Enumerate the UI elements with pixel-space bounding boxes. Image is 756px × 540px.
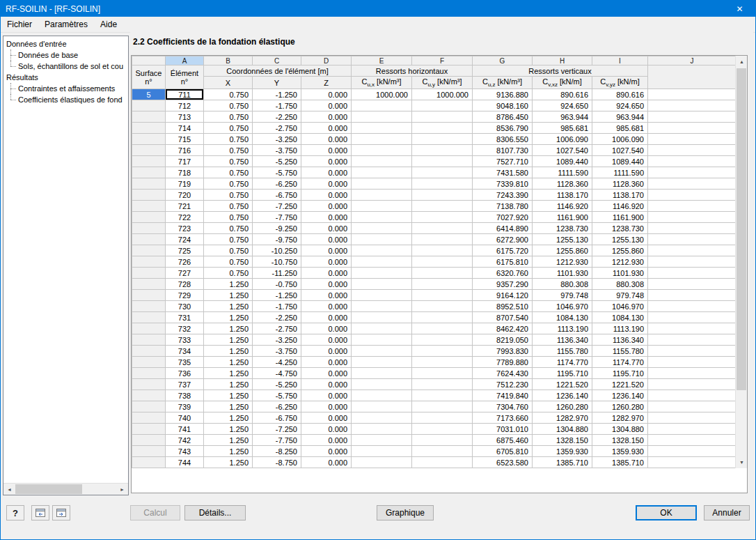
table-cell[interactable]: 7173.660 xyxy=(473,412,533,424)
row-header-cell[interactable] xyxy=(132,212,166,223)
row-header-cell[interactable] xyxy=(132,234,166,245)
table-cell[interactable]: 0.000 xyxy=(301,446,352,457)
table-cell[interactable] xyxy=(412,368,473,379)
table-cell[interactable]: 7339.810 xyxy=(473,178,533,190)
table-cell[interactable]: 0.750 xyxy=(204,190,253,201)
table-cell[interactable] xyxy=(412,245,473,256)
table-cell[interactable]: 1174.770 xyxy=(533,357,592,368)
table-cell[interactable]: 1000.000 xyxy=(352,89,412,100)
table-cell[interactable]: 1084.130 xyxy=(533,312,592,323)
table-cell[interactable] xyxy=(412,401,473,412)
table-cell[interactable]: 0.750 xyxy=(204,212,253,223)
table-cell[interactable] xyxy=(412,435,473,446)
table-cell[interactable]: 1046.970 xyxy=(592,301,648,312)
table-cell[interactable] xyxy=(648,223,737,234)
table-cell[interactable]: 1138.170 xyxy=(592,190,648,201)
table-cell[interactable] xyxy=(352,223,412,234)
table-cell[interactable] xyxy=(352,245,412,256)
table-cell[interactable] xyxy=(352,111,412,123)
table-cell[interactable] xyxy=(648,290,737,301)
table-cell[interactable]: -4.750 xyxy=(253,368,301,379)
table-cell[interactable]: 739 xyxy=(166,401,204,412)
table-cell[interactable]: 722 xyxy=(166,212,204,223)
table-cell[interactable] xyxy=(412,323,473,334)
table-cell[interactable] xyxy=(648,435,737,446)
table-cell[interactable]: 0.000 xyxy=(301,357,352,368)
table-cell[interactable]: -6.250 xyxy=(253,401,301,412)
table-cell[interactable]: 1260.280 xyxy=(533,401,592,412)
table-cell[interactable]: -8.250 xyxy=(253,446,301,457)
table-cell[interactable] xyxy=(648,156,737,167)
table-cell[interactable]: 1.250 xyxy=(204,435,253,446)
table-cell[interactable]: 729 xyxy=(166,290,204,301)
table-cell[interactable]: 1046.970 xyxy=(533,301,592,312)
table-cell[interactable]: 1136.340 xyxy=(533,334,592,346)
sidebar-item-coefficients[interactable]: Coefficients élastiques de fond xyxy=(6,94,128,105)
table-cell[interactable]: 0.750 xyxy=(204,89,253,100)
table-cell[interactable]: -6.750 xyxy=(253,190,301,201)
table-cell[interactable]: 7512.230 xyxy=(473,379,533,390)
table-cell[interactable]: -3.750 xyxy=(253,145,301,156)
table-cell[interactable]: 6272.900 xyxy=(473,234,533,245)
table-cell[interactable]: 1138.170 xyxy=(533,190,592,201)
row-header-cell[interactable] xyxy=(132,167,166,178)
table-cell[interactable]: 741 xyxy=(166,424,204,435)
table-cell[interactable]: -7.250 xyxy=(253,424,301,435)
table-cell[interactable] xyxy=(352,457,412,468)
table-cell[interactable] xyxy=(648,145,737,156)
table-cell[interactable]: 1174.770 xyxy=(592,357,648,368)
table-cell[interactable]: 0.000 xyxy=(301,201,352,212)
table-cell[interactable] xyxy=(412,390,473,401)
table-cell[interactable] xyxy=(412,290,473,301)
table-cell[interactable]: 724 xyxy=(166,234,204,245)
table-cell[interactable] xyxy=(648,390,737,401)
table-cell[interactable]: 0.000 xyxy=(301,379,352,390)
table-cell[interactable] xyxy=(352,412,412,424)
row-header-cell[interactable] xyxy=(132,357,166,368)
table-cell[interactable] xyxy=(352,346,412,357)
table-cell[interactable]: 8219.050 xyxy=(473,334,533,346)
row-header-cell[interactable] xyxy=(132,268,166,279)
table-cell[interactable]: -2.750 xyxy=(253,323,301,334)
table-cell[interactable]: 1221.520 xyxy=(592,379,648,390)
table-cell[interactable]: 7993.830 xyxy=(473,346,533,357)
row-header-cell[interactable] xyxy=(132,435,166,446)
table-cell[interactable]: 725 xyxy=(166,245,204,256)
table-cell[interactable]: 1304.880 xyxy=(533,424,592,435)
table-cell[interactable] xyxy=(648,178,737,190)
table-cell[interactable] xyxy=(352,424,412,435)
close-button[interactable]: ✕ xyxy=(724,1,755,17)
table-cell[interactable]: 1136.340 xyxy=(592,334,648,346)
table-cell[interactable]: 1.250 xyxy=(204,279,253,290)
table-cell[interactable] xyxy=(412,256,473,268)
table-cell[interactable] xyxy=(648,301,737,312)
table-cell[interactable] xyxy=(412,100,473,111)
table-cell[interactable]: 8107.730 xyxy=(473,145,533,156)
table-cell[interactable]: 0.000 xyxy=(301,368,352,379)
scroll-up-icon[interactable]: ▲ xyxy=(736,56,748,68)
table-cell[interactable]: 1006.090 xyxy=(533,134,592,145)
table-cell[interactable]: 0.750 xyxy=(204,123,253,134)
table-cell[interactable] xyxy=(352,301,412,312)
table-cell[interactable]: 1236.140 xyxy=(533,390,592,401)
table-cell[interactable]: 7527.710 xyxy=(473,156,533,167)
table-cell[interactable] xyxy=(648,167,737,178)
table-cell[interactable]: -6.250 xyxy=(253,178,301,190)
table-cell[interactable]: 1.250 xyxy=(204,457,253,468)
table-cell[interactable]: 0.000 xyxy=(301,212,352,223)
menu-item-fichier[interactable]: Fichier xyxy=(1,17,38,32)
table-cell[interactable]: 7431.580 xyxy=(473,167,533,178)
table-cell[interactable]: -1.750 xyxy=(253,301,301,312)
table-cell[interactable]: 1113.190 xyxy=(533,323,592,334)
table-cell[interactable] xyxy=(412,190,473,201)
table-cell[interactable]: -2.750 xyxy=(253,123,301,134)
table-cell[interactable]: 7789.880 xyxy=(473,357,533,368)
table-cell[interactable]: 1282.970 xyxy=(533,412,592,424)
table-cell[interactable] xyxy=(412,379,473,390)
row-header-cell[interactable] xyxy=(132,312,166,323)
table-cell[interactable]: 1111.590 xyxy=(533,167,592,178)
table-cell[interactable]: -10.750 xyxy=(253,256,301,268)
sidebar-item-sols-echantillons[interactable]: Sols, échantillons de sol et cou xyxy=(6,61,128,72)
table-cell[interactable] xyxy=(648,212,737,223)
table-cell[interactable]: 712 xyxy=(166,100,204,111)
